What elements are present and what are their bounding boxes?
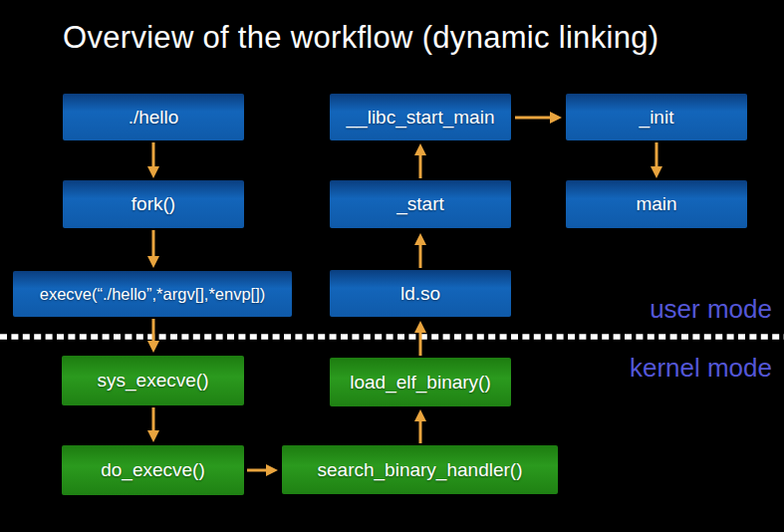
slide: Overview of the workflow (dynamic linkin… bbox=[0, 0, 784, 532]
node-search-binary-handler-label: search_binary_handler() bbox=[318, 459, 523, 481]
node-libc-start-main: __libc_start_main bbox=[330, 94, 511, 140]
node-sys-execve-label: sys_execve() bbox=[98, 370, 209, 392]
node-main: main bbox=[566, 180, 747, 228]
user-mode-label: user mode bbox=[650, 294, 772, 325]
node-search-binary-handler: search_binary_handler() bbox=[282, 445, 558, 494]
node-load-elf-binary: load_elf_binary() bbox=[330, 358, 511, 406]
node-init-label: _init bbox=[640, 107, 674, 129]
node-ldso: ld.so bbox=[330, 270, 511, 317]
kernel-mode-label: kernel mode bbox=[630, 353, 772, 384]
node-fork-label: fork() bbox=[131, 193, 175, 215]
node-hello-label: ./hello bbox=[129, 107, 179, 129]
node-do-execve-label: do_execve() bbox=[101, 459, 205, 481]
node-fork: fork() bbox=[63, 180, 244, 228]
node-hello: ./hello bbox=[63, 94, 244, 140]
node-do-execve: do_execve() bbox=[62, 445, 244, 495]
node-libc-start-main-label: __libc_start_main bbox=[347, 107, 495, 129]
node-load-elf-binary-label: load_elf_binary() bbox=[350, 372, 491, 394]
node-execve: execve(“./hello”,*argv[],*envp[]) bbox=[13, 271, 292, 317]
node-start: _start bbox=[330, 180, 511, 228]
node-init: _init bbox=[566, 94, 747, 140]
node-main-label: main bbox=[636, 193, 676, 215]
node-ldso-label: ld.so bbox=[400, 283, 440, 305]
node-sys-execve: sys_execve() bbox=[62, 356, 244, 405]
node-start-label: _start bbox=[396, 193, 444, 215]
node-execve-label: execve(“./hello”,*argv[],*envp[]) bbox=[40, 285, 266, 304]
